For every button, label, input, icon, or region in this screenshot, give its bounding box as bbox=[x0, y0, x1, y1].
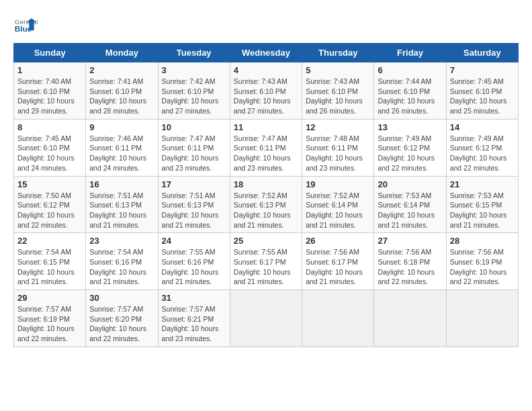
calendar-cell: 24Sunrise: 7:55 AM Sunset: 6:16 PM Dayli… bbox=[158, 233, 230, 290]
calendar-cell bbox=[446, 290, 518, 347]
day-number: 23 bbox=[89, 236, 154, 246]
day-info: Sunrise: 7:49 AM Sunset: 6:12 PM Dayligh… bbox=[450, 134, 515, 173]
calendar-cell: 13Sunrise: 7:49 AM Sunset: 6:12 PM Dayli… bbox=[374, 119, 446, 176]
calendar-cell: 19Sunrise: 7:52 AM Sunset: 6:14 PM Dayli… bbox=[302, 176, 374, 233]
logo: General Blue bbox=[13, 13, 40, 38]
calendar-cell: 16Sunrise: 7:51 AM Sunset: 6:13 PM Dayli… bbox=[86, 176, 158, 233]
calendar-cell: 3Sunrise: 7:42 AM Sunset: 6:10 PM Daylig… bbox=[158, 62, 230, 120]
day-number: 1 bbox=[17, 65, 82, 75]
day-info: Sunrise: 7:47 AM Sunset: 6:11 PM Dayligh… bbox=[234, 134, 298, 173]
day-number: 3 bbox=[162, 65, 226, 75]
day-number: 10 bbox=[162, 122, 226, 132]
day-number: 6 bbox=[378, 65, 442, 75]
calendar-cell: 22Sunrise: 7:54 AM Sunset: 6:15 PM Dayli… bbox=[14, 233, 86, 290]
day-info: Sunrise: 7:57 AM Sunset: 6:19 PM Dayligh… bbox=[17, 304, 82, 344]
day-number: 11 bbox=[234, 122, 298, 132]
calendar-cell: 8Sunrise: 7:45 AM Sunset: 6:10 PM Daylig… bbox=[14, 119, 86, 176]
day-number: 5 bbox=[306, 65, 370, 75]
calendar-cell bbox=[374, 290, 446, 347]
day-number: 9 bbox=[89, 122, 154, 132]
day-info: Sunrise: 7:42 AM Sunset: 6:10 PM Dayligh… bbox=[162, 77, 226, 116]
day-info: Sunrise: 7:55 AM Sunset: 6:16 PM Dayligh… bbox=[162, 247, 226, 287]
calendar-cell: 28Sunrise: 7:56 AM Sunset: 6:19 PM Dayli… bbox=[446, 233, 518, 290]
calendar-cell: 9Sunrise: 7:46 AM Sunset: 6:11 PM Daylig… bbox=[86, 119, 158, 176]
calendar-cell: 12Sunrise: 7:48 AM Sunset: 6:11 PM Dayli… bbox=[302, 119, 374, 176]
header: General Blue bbox=[13, 13, 519, 38]
day-number: 31 bbox=[162, 293, 226, 303]
day-info: Sunrise: 7:56 AM Sunset: 6:19 PM Dayligh… bbox=[450, 247, 515, 287]
weekday-header-monday: Monday bbox=[86, 44, 158, 62]
day-info: Sunrise: 7:50 AM Sunset: 6:12 PM Dayligh… bbox=[17, 191, 82, 230]
day-number: 17 bbox=[162, 179, 226, 189]
calendar-cell: 10Sunrise: 7:47 AM Sunset: 6:11 PM Dayli… bbox=[158, 119, 230, 176]
calendar-cell: 29Sunrise: 7:57 AM Sunset: 6:19 PM Dayli… bbox=[14, 290, 86, 347]
day-number: 8 bbox=[17, 122, 82, 132]
day-info: Sunrise: 7:48 AM Sunset: 6:11 PM Dayligh… bbox=[306, 134, 370, 173]
calendar-cell: 30Sunrise: 7:57 AM Sunset: 6:20 PM Dayli… bbox=[86, 290, 158, 347]
day-info: Sunrise: 7:54 AM Sunset: 6:16 PM Dayligh… bbox=[89, 247, 154, 287]
weekday-header-thursday: Thursday bbox=[302, 44, 374, 62]
day-info: Sunrise: 7:40 AM Sunset: 6:10 PM Dayligh… bbox=[17, 77, 82, 116]
day-info: Sunrise: 7:51 AM Sunset: 6:13 PM Dayligh… bbox=[89, 191, 154, 230]
day-number: 4 bbox=[234, 65, 298, 75]
calendar-cell: 4Sunrise: 7:43 AM Sunset: 6:10 PM Daylig… bbox=[230, 62, 302, 120]
day-info: Sunrise: 7:45 AM Sunset: 6:10 PM Dayligh… bbox=[450, 77, 515, 116]
day-number: 13 bbox=[378, 122, 442, 132]
calendar-cell bbox=[230, 290, 302, 347]
day-number: 15 bbox=[17, 179, 82, 189]
day-number: 16 bbox=[89, 179, 154, 189]
calendar-cell: 11Sunrise: 7:47 AM Sunset: 6:11 PM Dayli… bbox=[230, 119, 302, 176]
day-number: 22 bbox=[17, 236, 82, 246]
day-number: 28 bbox=[450, 236, 515, 246]
calendar-cell: 2Sunrise: 7:41 AM Sunset: 6:10 PM Daylig… bbox=[86, 62, 158, 120]
calendar-cell bbox=[302, 290, 374, 347]
day-number: 24 bbox=[162, 236, 226, 246]
calendar-cell: 26Sunrise: 7:56 AM Sunset: 6:17 PM Dayli… bbox=[302, 233, 374, 290]
weekday-header-saturday: Saturday bbox=[446, 44, 518, 62]
day-number: 20 bbox=[378, 179, 442, 189]
day-number: 18 bbox=[234, 179, 298, 189]
day-info: Sunrise: 7:43 AM Sunset: 6:10 PM Dayligh… bbox=[306, 77, 370, 116]
day-number: 29 bbox=[17, 293, 82, 303]
calendar-cell: 27Sunrise: 7:56 AM Sunset: 6:18 PM Dayli… bbox=[374, 233, 446, 290]
day-info: Sunrise: 7:56 AM Sunset: 6:17 PM Dayligh… bbox=[306, 247, 370, 287]
weekday-header-sunday: Sunday bbox=[14, 44, 86, 62]
calendar-cell: 23Sunrise: 7:54 AM Sunset: 6:16 PM Dayli… bbox=[86, 233, 158, 290]
day-info: Sunrise: 7:52 AM Sunset: 6:13 PM Dayligh… bbox=[234, 191, 298, 230]
day-number: 12 bbox=[306, 122, 370, 132]
calendar-cell: 18Sunrise: 7:52 AM Sunset: 6:13 PM Dayli… bbox=[230, 176, 302, 233]
day-info: Sunrise: 7:51 AM Sunset: 6:13 PM Dayligh… bbox=[162, 191, 226, 230]
calendar-cell: 25Sunrise: 7:55 AM Sunset: 6:17 PM Dayli… bbox=[230, 233, 302, 290]
day-info: Sunrise: 7:54 AM Sunset: 6:15 PM Dayligh… bbox=[17, 247, 82, 287]
calendar-cell: 17Sunrise: 7:51 AM Sunset: 6:13 PM Dayli… bbox=[158, 176, 230, 233]
calendar-cell: 21Sunrise: 7:53 AM Sunset: 6:15 PM Dayli… bbox=[446, 176, 518, 233]
day-number: 19 bbox=[306, 179, 370, 189]
calendar-cell: 7Sunrise: 7:45 AM Sunset: 6:10 PM Daylig… bbox=[446, 62, 518, 120]
calendar-cell: 14Sunrise: 7:49 AM Sunset: 6:12 PM Dayli… bbox=[446, 119, 518, 176]
calendar-cell: 31Sunrise: 7:57 AM Sunset: 6:21 PM Dayli… bbox=[158, 290, 230, 347]
day-info: Sunrise: 7:46 AM Sunset: 6:11 PM Dayligh… bbox=[89, 134, 154, 173]
day-number: 26 bbox=[306, 236, 370, 246]
calendar-cell: 6Sunrise: 7:44 AM Sunset: 6:10 PM Daylig… bbox=[374, 62, 446, 120]
day-number: 2 bbox=[89, 65, 154, 75]
calendar-cell: 1Sunrise: 7:40 AM Sunset: 6:10 PM Daylig… bbox=[14, 62, 86, 120]
day-info: Sunrise: 7:53 AM Sunset: 6:14 PM Dayligh… bbox=[378, 191, 442, 230]
day-info: Sunrise: 7:45 AM Sunset: 6:10 PM Dayligh… bbox=[17, 134, 82, 173]
calendar-cell: 20Sunrise: 7:53 AM Sunset: 6:14 PM Dayli… bbox=[374, 176, 446, 233]
day-info: Sunrise: 7:49 AM Sunset: 6:12 PM Dayligh… bbox=[378, 134, 442, 173]
day-number: 14 bbox=[450, 122, 515, 132]
day-info: Sunrise: 7:52 AM Sunset: 6:14 PM Dayligh… bbox=[306, 191, 370, 230]
day-info: Sunrise: 7:57 AM Sunset: 6:20 PM Dayligh… bbox=[89, 304, 154, 344]
day-number: 25 bbox=[234, 236, 298, 246]
weekday-header-wednesday: Wednesday bbox=[230, 44, 302, 62]
day-number: 21 bbox=[450, 179, 515, 189]
day-info: Sunrise: 7:53 AM Sunset: 6:15 PM Dayligh… bbox=[450, 191, 515, 230]
day-number: 30 bbox=[89, 293, 154, 303]
weekday-header-friday: Friday bbox=[374, 44, 446, 62]
day-info: Sunrise: 7:41 AM Sunset: 6:10 PM Dayligh… bbox=[89, 77, 154, 116]
day-number: 27 bbox=[378, 236, 442, 246]
day-info: Sunrise: 7:47 AM Sunset: 6:11 PM Dayligh… bbox=[162, 134, 226, 173]
day-info: Sunrise: 7:57 AM Sunset: 6:21 PM Dayligh… bbox=[162, 304, 226, 344]
day-number: 7 bbox=[450, 65, 515, 75]
day-info: Sunrise: 7:44 AM Sunset: 6:10 PM Dayligh… bbox=[378, 77, 442, 116]
